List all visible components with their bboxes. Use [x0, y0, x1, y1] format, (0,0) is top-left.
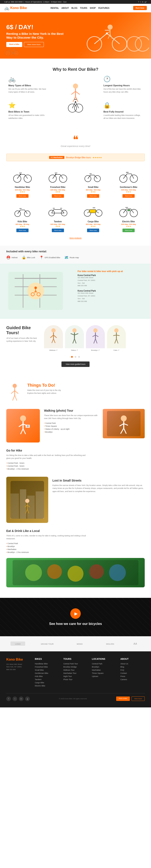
- footer-social-tw[interactable]: t: [12, 696, 17, 701]
- social-facebook[interactable]: f: [139, 1, 139, 3]
- bike-price-electric: $15 /day / $14 /day: [112, 223, 145, 225]
- more-bikes-link[interactable]: More products: [69, 237, 82, 239]
- view-more-tours-btn[interactable]: View more guided tours: [62, 362, 89, 367]
- play-button[interactable]: ▶: [70, 608, 81, 619]
- bike-rent-cargo[interactable]: Rent now: [87, 228, 99, 232]
- footer-social-g[interactable]: g: [25, 696, 30, 701]
- footer-link-press[interactable]: Press: [120, 675, 145, 677]
- footer-tour-button[interactable]: View tours: [131, 696, 145, 701]
- footer-link-faq[interactable]: FAQ: [120, 669, 145, 671]
- eat-item-3: Manhattan: [6, 548, 145, 551]
- activity-list-hike: Central Park - lorem Central Park - lore…: [6, 462, 145, 470]
- footer-social: f t in g: [6, 696, 30, 701]
- bike-rent-kids[interactable]: Rent now: [16, 228, 29, 232]
- nav-tours[interactable]: Tours: [80, 7, 87, 9]
- footer-link-loc-times[interactable]: Times Square: [92, 672, 116, 674]
- tour-dot-2[interactable]: [75, 356, 76, 358]
- nav-shop[interactable]: Shop: [90, 7, 96, 9]
- activity-text-eat: Think of it, come on a bike, wonder to s…: [6, 534, 90, 540]
- bike-rent-freewheel[interactable]: Rent now: [52, 194, 64, 198]
- svg-rect-66: [127, 210, 130, 211]
- tour-dot-1[interactable]: [71, 356, 73, 358]
- hero-section: 6$ / DAY! Renting a Bike in New York is …: [0, 12, 151, 59]
- walk-item-2: Times Square: [44, 425, 99, 428]
- footer-address: 321 West 34th StreetNew York, NY 1000188…: [6, 663, 31, 671]
- bike-name-electric: Electric Bike: [112, 220, 145, 223]
- bike-rent-gentleman[interactable]: Rent now: [122, 194, 135, 198]
- footer-link-careers[interactable]: Careers: [120, 678, 145, 681]
- quote-section: ❝ Great experience every time!: [0, 130, 151, 152]
- nav-features[interactable]: Features: [98, 7, 109, 9]
- footer-link-loc-manhattan[interactable]: Manhattan: [92, 669, 116, 671]
- svg-point-7: [108, 25, 113, 30]
- footer-link-freewheel[interactable]: Freewheel Bike: [35, 666, 59, 668]
- social-google[interactable]: g+: [145, 1, 147, 3]
- footer-link-loc-central[interactable]: Central Park: [92, 663, 116, 665]
- svg-line-115: [21, 429, 23, 434]
- footer-link-photo[interactable]: Photo Tour: [63, 678, 88, 681]
- footer-link-night[interactable]: Night Tour: [63, 675, 88, 677]
- included-items: ⛑️ Helmet 🔒 Bike Lock 📍 GPS Enabled Bike…: [6, 255, 145, 259]
- footer-link-contact[interactable]: Contact: [120, 672, 145, 674]
- footer-link-blog[interactable]: Blog: [120, 666, 145, 668]
- footer-link-kids[interactable]: Kids Bike: [35, 675, 59, 677]
- footer-rent-button[interactable]: Rent a bike: [116, 696, 129, 701]
- footer-bottom: f t in g © 2023 Kono Bike. All rights re…: [6, 693, 145, 701]
- svg-text:WOLVES: WOLVES: [106, 643, 114, 645]
- hike-item-2: Central Park - lorem: [6, 465, 145, 467]
- helmet-icon: ⛑️: [6, 255, 10, 259]
- social-linkedin[interactable]: in: [142, 1, 144, 3]
- svg-line-91: [73, 339, 74, 343]
- tour-img-3: [86, 325, 105, 348]
- footer-link-manhattan[interactable]: Manhattan Tour: [63, 672, 88, 674]
- bike-rent-tandem[interactable]: Rent now: [52, 228, 64, 232]
- bike-rent-handlebar[interactable]: Rent now: [16, 194, 29, 198]
- hero-tours-button[interactable]: View more tours: [24, 42, 44, 47]
- activity-content-walking: Walking (photo) Tour These bike tours ar…: [44, 409, 99, 433]
- svg-point-13: [135, 36, 149, 51]
- footer-link-electric[interactable]: Electric Bike: [35, 685, 59, 687]
- bike-price-tandem: $15 /day / $11 /day: [42, 223, 74, 225]
- map-illustration: [6, 270, 73, 313]
- hero-rent-button[interactable]: Rent a bike: [6, 42, 22, 47]
- hero-image: [75, 12, 151, 59]
- why-item-best: ⭐ Best Bikes in Town All our bikes are g…: [6, 100, 50, 122]
- footer-social-fb[interactable]: f: [6, 696, 11, 701]
- social-twitter[interactable]: t: [140, 1, 141, 3]
- bike-card-small: Small Bike $15 /day / $10 /day ★★★ Rent …: [77, 167, 110, 198]
- footer-link-loc-uptown[interactable]: Uptown: [92, 675, 116, 677]
- bikes-grid-2: Kids Bike $15 /day / $9 /day ★★★ Rent no…: [6, 202, 145, 232]
- footer-link-tandem[interactable]: Tandem: [35, 678, 59, 681]
- activity-title-hike: Go for Hike: [6, 449, 145, 452]
- things-title: Things To Do!: [27, 383, 65, 388]
- footer-link-about[interactable]: About Us: [120, 663, 145, 665]
- footer-link-gentleman[interactable]: Gentleman Bike: [35, 672, 59, 674]
- banner-stars: ★★★★★: [92, 156, 102, 159]
- why-hours-title: Longest Opening Hours: [103, 84, 143, 87]
- tour-dot-3[interactable]: [78, 356, 80, 358]
- footer-link-loc-brooklyn[interactable]: Brooklyn: [92, 666, 116, 668]
- footer-link-cargo[interactable]: Cargo Bike: [35, 682, 59, 684]
- footer-link-brooklyn-bridge[interactable]: Brooklyn Bridge: [63, 666, 88, 668]
- bike-rent-electric[interactable]: Rent now: [122, 228, 135, 232]
- bike-rent-small[interactable]: Rent now: [87, 194, 99, 198]
- tour-pagination: [6, 355, 145, 358]
- footer-logo[interactable]: Kono Bike: [6, 658, 31, 661]
- svg-point-111: [20, 415, 26, 421]
- footer-link-central-park[interactable]: Central Park Tour: [63, 663, 88, 665]
- footer-link-small[interactable]: Small Bike: [35, 669, 59, 671]
- svg-line-85: [52, 339, 53, 343]
- nav-about[interactable]: About: [62, 7, 69, 9]
- nav-cta-button[interactable]: Rent Now: [133, 6, 147, 10]
- tour-label-statue: Statue ↗: [65, 349, 84, 351]
- footer-link-handlebar[interactable]: Handlebar Bike: [35, 663, 59, 665]
- nav-blog[interactable]: Blog: [71, 7, 77, 9]
- eat-item-4: Brooklyn - 2 hrs minimum: [6, 551, 145, 554]
- loc1-name: Kona Central Park: [78, 274, 145, 276]
- logo[interactable]: 🚲 Kono Bike: [4, 5, 27, 10]
- footer-link-midtown[interactable]: Midtown Tour: [63, 669, 88, 671]
- svg-point-105: [12, 384, 17, 388]
- nav-rental[interactable]: Rental: [50, 7, 59, 9]
- footer-social-in[interactable]: in: [19, 696, 24, 701]
- svg-line-17: [75, 91, 80, 94]
